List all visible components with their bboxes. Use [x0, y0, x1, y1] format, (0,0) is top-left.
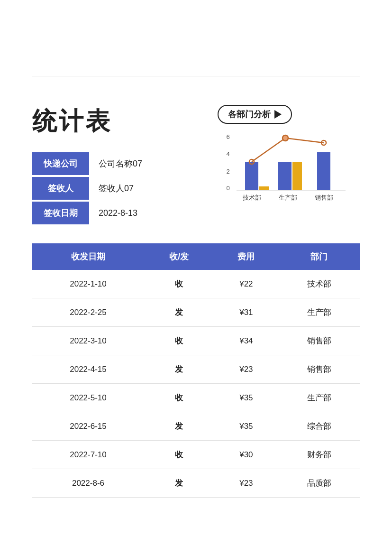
table-column-header: 收发日期: [32, 243, 144, 270]
svg-text:0: 0: [226, 185, 229, 192]
line-point-2: [283, 135, 288, 141]
cell-type: 发: [144, 469, 214, 498]
info-label: 签收日期: [32, 202, 89, 224]
left-panel: 统计表 快递公司公司名称07签收人签收人07签收日期2022-8-13: [32, 105, 152, 226]
info-label: 签收人: [32, 177, 89, 200]
cell-type: 收: [144, 441, 214, 469]
cell-cost: ¥35: [214, 384, 279, 412]
table-body: 2022-1-10收¥22技术部2022-2-25发¥31生产部2022-3-1…: [32, 270, 360, 498]
bar-chart: 6 4 2 0: [218, 129, 350, 214]
bar-prod-blue: [278, 162, 292, 190]
cell-date: 2022-1-10: [32, 270, 144, 298]
info-value: 公司名称07: [89, 152, 152, 175]
svg-text:2: 2: [226, 168, 229, 175]
cell-cost: ¥30: [214, 441, 279, 469]
cell-cost: ¥31: [214, 298, 279, 327]
bar-sales-blue: [317, 152, 330, 190]
info-label: 快递公司: [32, 152, 89, 175]
table-row: 2022-4-15发¥23销售部: [32, 355, 360, 384]
chart-area: 各部门分析 6 4 2 0: [218, 105, 360, 214]
cell-date: 2022-3-10: [32, 327, 144, 355]
table-row: 2022-5-10收¥35生产部: [32, 384, 360, 412]
line-chart: [252, 138, 324, 162]
table-row: 2022-1-10收¥22技术部: [32, 270, 360, 298]
table-row: 2022-8-6发¥23品质部: [32, 469, 360, 498]
cell-cost: ¥23: [214, 355, 279, 384]
svg-text:4: 4: [226, 150, 229, 157]
cell-date: 2022-5-10: [32, 384, 144, 412]
table-row: 2022-6-15发¥35综合部: [32, 412, 360, 441]
table-row: 2022-3-10收¥34销售部: [32, 327, 360, 355]
cell-dept: 生产部: [278, 384, 360, 412]
cell-type: 收: [144, 270, 214, 298]
cell-date: 2022-6-15: [32, 412, 144, 441]
svg-text:技术部: 技术部: [242, 194, 261, 201]
bar-tech-gold: [259, 186, 269, 190]
cell-type: 收: [144, 327, 214, 355]
info-value: 2022-8-13: [89, 202, 152, 224]
cell-dept: 综合部: [278, 412, 360, 441]
page: 统计表 快递公司公司名称07签收人签收人07签收日期2022-8-13 各部门分…: [0, 0, 392, 555]
cell-type: 发: [144, 412, 214, 441]
info-value: 签收人07: [89, 177, 152, 200]
cell-type: 发: [144, 355, 214, 384]
bar-tech-blue: [245, 162, 258, 190]
cell-cost: ¥22: [214, 270, 279, 298]
cell-dept: 财务部: [278, 441, 360, 469]
cell-type: 收: [144, 384, 214, 412]
chart-svg: 6 4 2 0: [218, 129, 350, 214]
svg-text:销售部: 销售部: [314, 194, 333, 201]
svg-text:6: 6: [226, 133, 229, 140]
table-row: 2022-2-25发¥31生产部: [32, 298, 360, 327]
dept-analysis-button[interactable]: 各部门分析: [218, 105, 292, 124]
data-table: 收发日期收/发费用部门 2022-1-10收¥22技术部2022-2-25发¥3…: [32, 243, 360, 498]
svg-text:生产部: 生产部: [279, 194, 297, 201]
cell-dept: 销售部: [278, 355, 360, 384]
table-column-header: 部门: [278, 243, 360, 270]
page-title: 统计表: [32, 105, 152, 138]
cell-date: 2022-7-10: [32, 441, 144, 469]
table-header-row: 收发日期收/发费用部门: [32, 243, 360, 270]
cell-dept: 销售部: [278, 327, 360, 355]
title-section: 统计表 快递公司公司名称07签收人签收人07签收日期2022-8-13 各部门分…: [32, 105, 360, 226]
cell-date: 2022-2-25: [32, 298, 144, 327]
table-column-header: 费用: [214, 243, 279, 270]
cell-dept: 生产部: [278, 298, 360, 327]
cell-type: 发: [144, 298, 214, 327]
info-grid: 快递公司公司名称07签收人签收人07签收日期2022-8-13: [32, 152, 152, 226]
cell-cost: ¥35: [214, 412, 279, 441]
top-divider: [32, 76, 360, 76]
table-column-header: 收/发: [144, 243, 214, 270]
dept-analysis-label: 各部门分析: [228, 109, 271, 120]
bar-prod-gold: [292, 162, 302, 190]
cell-cost: ¥34: [214, 327, 279, 355]
cell-dept: 技术部: [278, 270, 360, 298]
cell-cost: ¥23: [214, 469, 279, 498]
arrow-icon: [274, 110, 282, 119]
cell-dept: 品质部: [278, 469, 360, 498]
cell-date: 2022-4-15: [32, 355, 144, 384]
cell-date: 2022-8-6: [32, 469, 144, 498]
table-row: 2022-7-10收¥30财务部: [32, 441, 360, 469]
